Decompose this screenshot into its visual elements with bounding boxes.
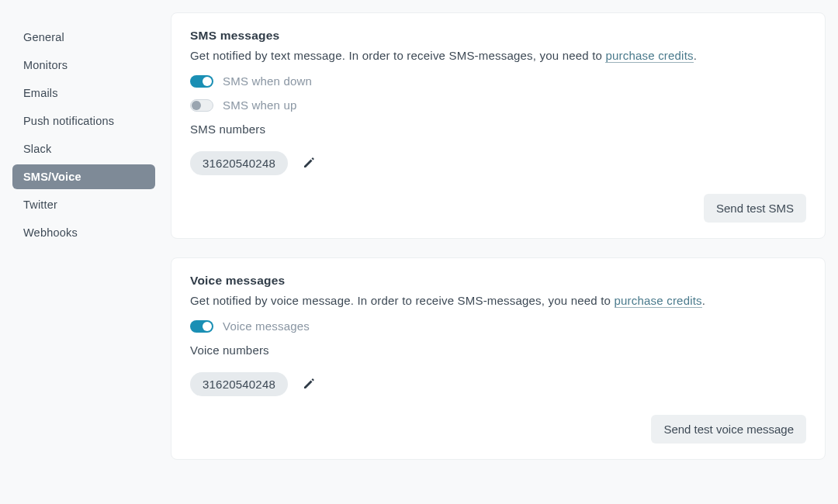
- sidebar-item-monitors[interactable]: Monitors: [12, 53, 155, 78]
- voice-card-title: Voice messages: [190, 274, 806, 288]
- sidebar-item-push-notifications[interactable]: Push notifications: [12, 109, 155, 133]
- voice-messages-label: Voice messages: [223, 319, 310, 333]
- voice-purchase-credits-link[interactable]: purchase credits: [615, 294, 702, 308]
- pencil-icon[interactable]: [302, 378, 314, 391]
- send-test-sms-button[interactable]: Send test SMS: [704, 194, 806, 223]
- sms-when-down-row: SMS when down: [190, 74, 806, 88]
- sms-card: SMS messages Get notified by text messag…: [171, 12, 826, 239]
- sidebar: General Monitors Emails Push notificatio…: [0, 0, 155, 478]
- sms-when-down-toggle[interactable]: [190, 75, 213, 88]
- sidebar-item-twitter[interactable]: Twitter: [12, 192, 155, 217]
- sms-numbers-label: SMS numbers: [190, 123, 806, 136]
- sms-purchase-credits-link[interactable]: purchase credits: [605, 49, 693, 63]
- main-content: SMS messages Get notified by text messag…: [171, 0, 838, 478]
- voice-number-row: 31620540248: [190, 372, 806, 396]
- sms-when-up-toggle[interactable]: [190, 99, 213, 112]
- sms-when-up-label: SMS when up: [223, 98, 297, 112]
- voice-messages-toggle[interactable]: [190, 320, 213, 333]
- sidebar-item-general[interactable]: General: [12, 25, 155, 50]
- sidebar-item-slack[interactable]: Slack: [12, 136, 155, 161]
- pencil-icon[interactable]: [302, 157, 314, 170]
- sms-when-up-row: SMS when up: [190, 98, 806, 112]
- sms-number-pill: 31620540248: [190, 151, 288, 175]
- voice-messages-row: Voice messages: [190, 319, 806, 333]
- sms-when-down-label: SMS when down: [223, 74, 312, 88]
- voice-card-footer: Send test voice message: [190, 415, 806, 444]
- toggle-knob: [203, 322, 212, 331]
- voice-card-description: Get notified by voice message. In order …: [190, 294, 806, 307]
- voice-numbers-label: Voice numbers: [190, 343, 806, 357]
- send-test-voice-button[interactable]: Send test voice message: [651, 415, 806, 444]
- voice-number-pill: 31620540248: [190, 372, 288, 396]
- sms-card-description: Get notified by text message. In order t…: [190, 49, 806, 62]
- toggle-knob: [192, 101, 201, 110]
- sidebar-item-webhooks[interactable]: Webhooks: [12, 220, 155, 245]
- sidebar-item-emails[interactable]: Emails: [12, 81, 155, 105]
- toggle-knob: [203, 77, 212, 86]
- sms-number-row: 31620540248: [190, 151, 806, 175]
- voice-card: Voice messages Get notified by voice mes…: [171, 257, 826, 460]
- sms-card-footer: Send test SMS: [190, 194, 806, 223]
- sms-card-title: SMS messages: [190, 29, 806, 43]
- sms-desc-prefix: Get notified by text message. In order t…: [190, 49, 605, 62]
- voice-desc-suffix: .: [702, 294, 705, 307]
- sms-desc-suffix: .: [694, 49, 697, 62]
- sidebar-item-sms-voice[interactable]: SMS/Voice: [12, 164, 155, 189]
- voice-desc-prefix: Get notified by voice message. In order …: [190, 294, 615, 307]
